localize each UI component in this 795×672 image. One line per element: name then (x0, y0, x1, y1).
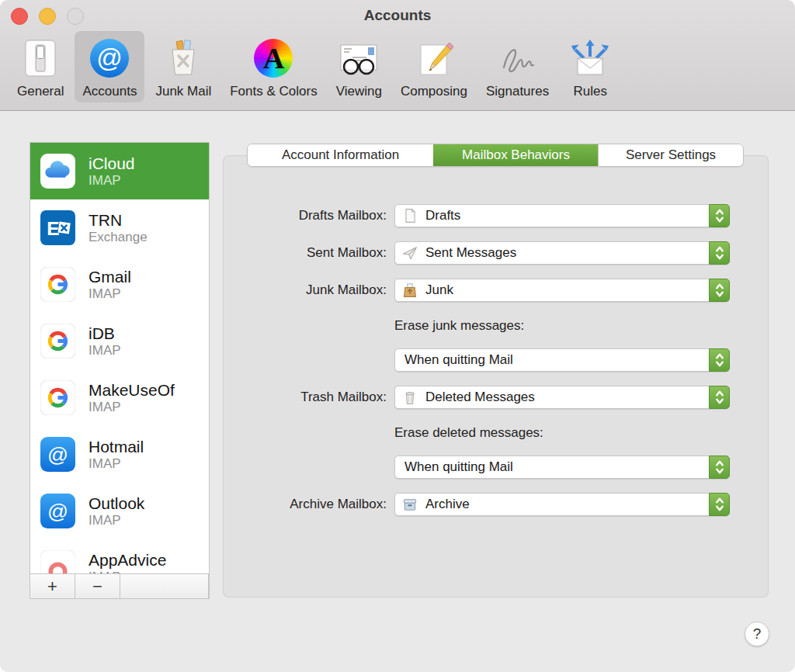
tab-label: Mailbox Behaviors (462, 147, 570, 163)
account-protocol: IMAP (89, 173, 135, 189)
trash-can-icon (402, 390, 418, 405)
appadvice-icon (40, 550, 75, 573)
account-tabs: Account InformationMailbox BehaviorsServ… (247, 144, 744, 167)
sent-mailbox-dropdown[interactable]: Sent Messages (394, 241, 730, 265)
toolbar-item-label: Rules (573, 84, 606, 99)
toolbar-item-composing[interactable]: Composing (393, 31, 475, 102)
toolbar-item-label: Fonts & Colors (230, 84, 317, 99)
form-row-erase-junk-heading: Erase junk messages: (0, 317, 795, 341)
preferences-toolbar: General@AccountsJunk MailAFonts & Colors… (9, 31, 620, 102)
form-row-erase-junk-schedule: When quitting Mail (0, 348, 795, 372)
dropdown-value: When quitting Mail (404, 459, 513, 475)
stepper-chevrons-icon[interactable] (709, 204, 730, 227)
toolbar-item-rules[interactable]: Rules (560, 31, 620, 102)
account-row-appadvice[interactable]: AppAdviceIMAP (30, 539, 209, 573)
stepper-chevrons-icon[interactable] (709, 493, 730, 516)
stepper-chevrons-icon[interactable] (709, 386, 730, 409)
erase-deleted-schedule-dropdown[interactable]: When quitting Mail (394, 456, 730, 479)
form-label-sent-mailbox: Sent Mailbox: (194, 241, 387, 265)
form-row-drafts-mailbox: Drafts Mailbox:Drafts (0, 204, 795, 227)
junk-bag-icon (402, 282, 418, 298)
archive-box-icon (402, 497, 418, 512)
toolbar-item-label: General (17, 84, 64, 99)
form-row-erase-deleted-heading: Erase deleted messages: (0, 424, 795, 448)
remove-account-button[interactable]: − (75, 574, 120, 598)
junk-mailbox-dropdown[interactable]: Junk (394, 279, 730, 302)
mail-preferences-window: Accounts General@AccountsJunk MailAFonts… (0, 0, 795, 672)
toolbar-item-fonts-colors[interactable]: AFonts & Colors (222, 31, 325, 102)
form-row-trash-mailbox: Trash Mailbox:Deleted Messages (0, 386, 795, 409)
svg-text:@: @ (97, 43, 123, 72)
archive-mailbox-dropdown[interactable]: Archive (394, 493, 730, 516)
account-name: iCloud (89, 154, 135, 173)
rules-envelope-icon (568, 36, 613, 81)
toolbar-item-label: Composing (401, 84, 467, 99)
toolbar-item-junk-mail[interactable]: Junk Mail (148, 31, 219, 102)
toolbar-item-signatures[interactable]: Signatures (478, 31, 557, 102)
form-label-archive-mailbox: Archive Mailbox: (194, 493, 387, 516)
icloud-icon (40, 154, 75, 189)
tab-label: Account Information (282, 147, 399, 163)
stepper-chevrons-icon[interactable] (709, 279, 730, 302)
window-title: Accounts (0, 7, 795, 24)
dropdown-value: Deleted Messages (425, 390, 535, 405)
stepper-chevrons-icon[interactable] (709, 348, 730, 372)
tab-server-settings[interactable]: Server Settings (598, 144, 743, 166)
tab-account-information[interactable]: Account Information (248, 144, 433, 166)
account-row-icloud[interactable]: iCloudIMAP (30, 143, 209, 199)
section-heading-erase-deleted-heading: Erase deleted messages: (394, 424, 543, 442)
stepper-chevrons-icon[interactable] (709, 241, 730, 265)
junk-basket-icon (161, 36, 206, 81)
toolbar-item-label: Accounts (82, 84, 137, 99)
erase-junk-schedule-dropdown[interactable]: When quitting Mail (394, 348, 730, 372)
signature-scribble-icon (495, 36, 540, 81)
sidebar-footer: + − (30, 573, 209, 598)
composing-pencil-icon (411, 36, 457, 81)
dropdown-value: Drafts (425, 208, 460, 223)
form-label-junk-mailbox: Junk Mailbox: (194, 279, 387, 302)
toolbar-item-label: Junk Mail (155, 84, 211, 99)
toolbar-item-general[interactable]: General (9, 31, 71, 102)
stepper-chevrons-icon[interactable] (709, 456, 730, 479)
form-row-sent-mailbox: Sent Mailbox:Sent Messages (0, 241, 795, 265)
at-badge-icon: @ (87, 36, 132, 81)
add-account-button[interactable]: + (30, 574, 75, 598)
toolbar-item-label: Signatures (486, 84, 549, 99)
fonts-colors-icon: A (251, 36, 296, 81)
drafts-mailbox-dropdown[interactable]: Drafts (394, 204, 730, 227)
window-chrome: Accounts General@AccountsJunk MailAFonts… (0, 0, 795, 111)
form-row-archive-mailbox: Archive Mailbox:Archive (0, 493, 795, 516)
section-heading-erase-junk-heading: Erase junk messages: (394, 317, 524, 334)
account-name: AppAdvice (89, 551, 166, 570)
toolbar-item-viewing[interactable]: Viewing (328, 31, 390, 102)
trash-mailbox-dropdown[interactable]: Deleted Messages (394, 386, 730, 409)
toolbar-item-label: Viewing (336, 84, 382, 99)
dropdown-value: Sent Messages (425, 245, 516, 261)
paper-plane-icon (402, 245, 418, 261)
toolbar-item-accounts[interactable]: @Accounts (75, 31, 144, 102)
tab-mailbox-behaviors[interactable]: Mailbox Behaviors (433, 144, 598, 166)
dropdown-value: When quitting Mail (404, 352, 513, 368)
dropdown-value: Junk (425, 282, 453, 298)
form-label-trash-mailbox: Trash Mailbox: (194, 386, 387, 409)
draft-doc-icon (402, 208, 418, 223)
help-button[interactable]: ? (745, 622, 769, 646)
light-switch-icon (18, 36, 63, 81)
sidebar-footer-spacer (120, 574, 209, 598)
form-label-drafts-mailbox: Drafts Mailbox: (194, 204, 387, 227)
tab-label: Server Settings (626, 147, 716, 163)
viewing-glasses-icon (336, 36, 381, 81)
form-row-junk-mailbox: Junk Mailbox:Junk (0, 279, 795, 302)
form-row-erase-deleted-schedule: When quitting Mail (0, 456, 795, 479)
dropdown-value: Archive (425, 497, 470, 512)
